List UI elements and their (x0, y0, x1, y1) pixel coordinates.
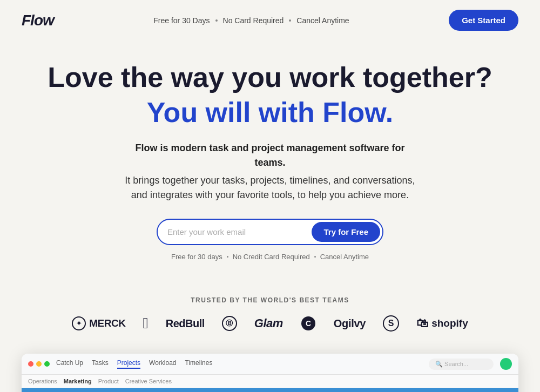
navbar: Flow Free for 30 Days No Card Required C… (0, 0, 540, 40)
form-fine-print: Free for 30 days No Credit Card Required… (22, 253, 518, 261)
app-nav-tabs: Catch Up Tasks Projects Workload Timelin… (56, 359, 422, 369)
logo: Flow (22, 12, 54, 29)
promo-text-3: Cancel Anytime (296, 16, 349, 25)
carhartt-logo: C (300, 315, 316, 332)
promo-text-1: Free for 30 Days (153, 16, 210, 25)
email-input[interactable] (167, 223, 312, 241)
shopify-label: shopify (431, 317, 468, 329)
s-logo: S (383, 315, 399, 332)
redbull-logo: RedBull (166, 317, 205, 330)
add-button (500, 358, 512, 370)
merck-label: MERCK (89, 317, 125, 329)
hero-title-line2: You will with Flow. (22, 97, 518, 128)
bb-logo: Ⓑ (222, 316, 237, 331)
nav-promo: Free for 30 Days No Card Required Cancel… (153, 16, 349, 25)
subnav-operations: Operations (28, 378, 57, 384)
hero-title-line1: Love the way you work together? (22, 62, 518, 93)
get-started-button[interactable]: Get Started (449, 10, 518, 31)
fine-print-2: No Credit Card Required (233, 253, 310, 261)
bb-icon: Ⓑ (222, 316, 237, 331)
carhartt-icon: C (300, 315, 316, 332)
hero-body: It brings together your tasks, projects,… (119, 173, 421, 202)
ogilvy-logo: Ogilvy (334, 317, 366, 330)
dot-yellow (36, 361, 42, 367)
merck-icon: ✦ (72, 316, 86, 330)
app-sub-nav: Operations Marketing Product Creative Se… (22, 375, 518, 388)
subnav-creative: Creative Services (125, 378, 172, 384)
browser-toolbar: Catch Up Tasks Projects Workload Timelin… (22, 354, 518, 375)
tab-workload: Workload (149, 359, 176, 369)
apple-logo:  (143, 315, 148, 332)
logos-row: ✦ MERCK  RedBull Ⓑ Glam C Ogilvy (22, 315, 518, 332)
s-icon: S (383, 315, 399, 332)
apple-icon:  (143, 315, 148, 332)
hero-section: Love the way you work together? You will… (0, 40, 540, 277)
project-header: 📱 Mobile App 2.0 Launch ✎ Tasks Schedule… (22, 388, 518, 392)
search-bar: 🔍 Search... (429, 359, 494, 370)
fine-print-3: Cancel Anytime (320, 253, 369, 261)
glam-logo: Glam (254, 316, 283, 330)
redbull-label: RedBull (166, 317, 205, 330)
fine-print-1: Free for 30 days (171, 253, 222, 261)
tab-projects: Projects (117, 359, 140, 369)
ogilvy-label: Ogilvy (334, 317, 366, 330)
trusted-label: TRUSTED BY THE WORLD'S BEST TEAMS (22, 296, 518, 304)
tab-catchup: Catch Up (56, 359, 83, 369)
tab-tasks: Tasks (92, 359, 109, 369)
browser-dots (28, 361, 50, 367)
subnav-marketing: Marketing (64, 378, 92, 384)
dot-red (28, 361, 33, 367)
glam-label: Glam (254, 316, 283, 330)
svg-text:C: C (306, 319, 311, 328)
merck-logo: ✦ MERCK (72, 316, 125, 330)
app-screenshot: Catch Up Tasks Projects Workload Timelin… (22, 354, 518, 392)
tab-timelines: Timelines (185, 359, 213, 369)
subnav-product: Product (98, 378, 119, 384)
shopify-logo: 🛍 shopify (416, 316, 468, 330)
hero-subtitle: Flow is modern task and project manageme… (119, 141, 421, 170)
try-for-free-button[interactable]: Try for Free (312, 222, 380, 242)
trusted-section: TRUSTED BY THE WORLD'S BEST TEAMS ✦ MERC… (0, 277, 540, 343)
promo-text-2: No Card Required (223, 16, 284, 25)
dot-green (44, 361, 50, 367)
screenshot-section: Catch Up Tasks Projects Workload Timelin… (0, 343, 540, 392)
email-form: Try for Free (157, 219, 383, 245)
shopify-bag-icon: 🛍 (416, 316, 428, 330)
